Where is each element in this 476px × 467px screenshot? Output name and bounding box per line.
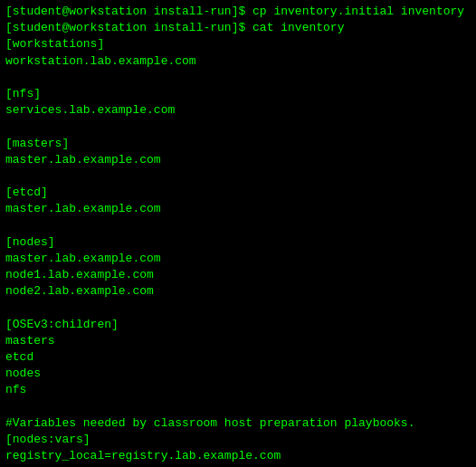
terminal-line: workstation.lab.example.com [5, 53, 471, 70]
terminal-line [5, 300, 471, 316]
terminal-line: node2.lab.example.com [5, 283, 471, 300]
terminal-line: node1.lab.example.com [5, 267, 471, 283]
terminal-line: services.lab.example.com [5, 102, 471, 119]
terminal-line: [OSEv3:children] [5, 317, 471, 333]
terminal-line: etcd [5, 349, 471, 366]
terminal-line: [nodes:vars] [5, 432, 471, 448]
terminal-line [5, 217, 471, 234]
terminal-line: [student@workstation install-run]$ cat i… [5, 20, 471, 36]
terminal-line [5, 70, 471, 86]
terminal-line: masters [5, 333, 471, 349]
terminal-line [5, 119, 471, 135]
terminal-line: [nodes] [5, 234, 471, 251]
terminal-line: [masters] [5, 136, 471, 152]
terminal-line [5, 399, 471, 415]
terminal-line: nfs [5, 382, 471, 398]
terminal-line: nodes [5, 366, 471, 382]
terminal-line: [workstations] [5, 36, 471, 52]
terminal-line: master.lab.example.com [5, 152, 471, 168]
terminal-line: registry_local=registry.lab.example.com [5, 448, 471, 464]
terminal-line: [etcd] [5, 185, 471, 201]
terminal-line: master.lab.example.com [5, 201, 471, 217]
terminal-line [5, 168, 471, 185]
terminal-line: [nfs] [5, 86, 471, 102]
terminal-line: #Variables needed by classroom host prep… [5, 415, 471, 432]
terminal-line: master.lab.example.com [5, 251, 471, 267]
terminal-window: [student@workstation install-run]$ cp in… [0, 0, 476, 467]
terminal-line: [student@workstation install-run]$ cp in… [5, 4, 471, 20]
